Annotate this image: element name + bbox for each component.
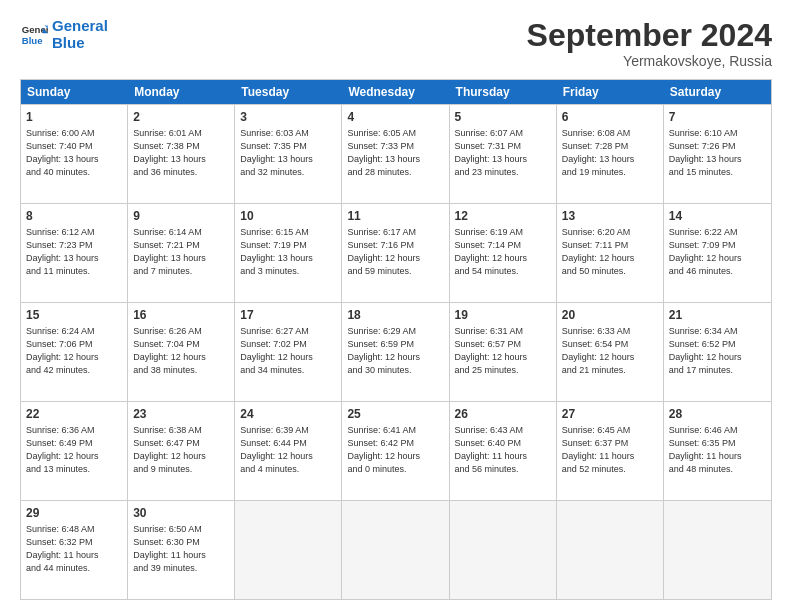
day-number: 2 bbox=[133, 109, 229, 125]
calendar-cell: 19Sunrise: 6:31 AM Sunset: 6:57 PM Dayli… bbox=[450, 303, 557, 401]
cell-info: Sunrise: 6:20 AM Sunset: 7:11 PM Dayligh… bbox=[562, 227, 635, 275]
day-number: 19 bbox=[455, 307, 551, 323]
cell-info: Sunrise: 6:46 AM Sunset: 6:35 PM Dayligh… bbox=[669, 425, 742, 473]
cell-info: Sunrise: 6:00 AM Sunset: 7:40 PM Dayligh… bbox=[26, 128, 99, 176]
calendar-cell: 25Sunrise: 6:41 AM Sunset: 6:42 PM Dayli… bbox=[342, 402, 449, 500]
day-number: 26 bbox=[455, 406, 551, 422]
calendar-header: SundayMondayTuesdayWednesdayThursdayFrid… bbox=[21, 80, 771, 104]
calendar-cell: 14Sunrise: 6:22 AM Sunset: 7:09 PM Dayli… bbox=[664, 204, 771, 302]
logo-icon: General Blue bbox=[20, 21, 48, 49]
calendar-row: 22Sunrise: 6:36 AM Sunset: 6:49 PM Dayli… bbox=[21, 401, 771, 500]
title-block: September 2024 Yermakovskoye, Russia bbox=[527, 18, 772, 69]
cell-info: Sunrise: 6:12 AM Sunset: 7:23 PM Dayligh… bbox=[26, 227, 99, 275]
day-number: 29 bbox=[26, 505, 122, 521]
calendar-cell bbox=[664, 501, 771, 599]
day-number: 16 bbox=[133, 307, 229, 323]
day-number: 14 bbox=[669, 208, 766, 224]
calendar-cell bbox=[342, 501, 449, 599]
cell-info: Sunrise: 6:45 AM Sunset: 6:37 PM Dayligh… bbox=[562, 425, 635, 473]
day-number: 25 bbox=[347, 406, 443, 422]
calendar-cell: 3Sunrise: 6:03 AM Sunset: 7:35 PM Daylig… bbox=[235, 105, 342, 203]
cell-info: Sunrise: 6:17 AM Sunset: 7:16 PM Dayligh… bbox=[347, 227, 420, 275]
cell-info: Sunrise: 6:26 AM Sunset: 7:04 PM Dayligh… bbox=[133, 326, 206, 374]
cell-info: Sunrise: 6:39 AM Sunset: 6:44 PM Dayligh… bbox=[240, 425, 313, 473]
calendar-cell bbox=[235, 501, 342, 599]
calendar-cell: 17Sunrise: 6:27 AM Sunset: 7:02 PM Dayli… bbox=[235, 303, 342, 401]
cal-header-day: Sunday bbox=[21, 80, 128, 104]
cell-info: Sunrise: 6:03 AM Sunset: 7:35 PM Dayligh… bbox=[240, 128, 313, 176]
day-number: 6 bbox=[562, 109, 658, 125]
day-number: 30 bbox=[133, 505, 229, 521]
day-number: 21 bbox=[669, 307, 766, 323]
day-number: 22 bbox=[26, 406, 122, 422]
cell-info: Sunrise: 6:33 AM Sunset: 6:54 PM Dayligh… bbox=[562, 326, 635, 374]
calendar-cell: 20Sunrise: 6:33 AM Sunset: 6:54 PM Dayli… bbox=[557, 303, 664, 401]
calendar-cell bbox=[557, 501, 664, 599]
day-number: 28 bbox=[669, 406, 766, 422]
svg-text:Blue: Blue bbox=[22, 34, 43, 45]
calendar-cell: 15Sunrise: 6:24 AM Sunset: 7:06 PM Dayli… bbox=[21, 303, 128, 401]
day-number: 12 bbox=[455, 208, 551, 224]
calendar: SundayMondayTuesdayWednesdayThursdayFrid… bbox=[20, 79, 772, 600]
calendar-row: 29Sunrise: 6:48 AM Sunset: 6:32 PM Dayli… bbox=[21, 500, 771, 599]
day-number: 5 bbox=[455, 109, 551, 125]
calendar-cell: 6Sunrise: 6:08 AM Sunset: 7:28 PM Daylig… bbox=[557, 105, 664, 203]
calendar-cell: 28Sunrise: 6:46 AM Sunset: 6:35 PM Dayli… bbox=[664, 402, 771, 500]
cal-header-day: Friday bbox=[557, 80, 664, 104]
day-number: 11 bbox=[347, 208, 443, 224]
day-number: 7 bbox=[669, 109, 766, 125]
cell-info: Sunrise: 6:27 AM Sunset: 7:02 PM Dayligh… bbox=[240, 326, 313, 374]
cell-info: Sunrise: 6:10 AM Sunset: 7:26 PM Dayligh… bbox=[669, 128, 742, 176]
calendar-cell: 5Sunrise: 6:07 AM Sunset: 7:31 PM Daylig… bbox=[450, 105, 557, 203]
calendar-body: 1Sunrise: 6:00 AM Sunset: 7:40 PM Daylig… bbox=[21, 104, 771, 599]
cell-info: Sunrise: 6:08 AM Sunset: 7:28 PM Dayligh… bbox=[562, 128, 635, 176]
cell-info: Sunrise: 6:31 AM Sunset: 6:57 PM Dayligh… bbox=[455, 326, 528, 374]
cell-info: Sunrise: 6:05 AM Sunset: 7:33 PM Dayligh… bbox=[347, 128, 420, 176]
cell-info: Sunrise: 6:07 AM Sunset: 7:31 PM Dayligh… bbox=[455, 128, 528, 176]
cell-info: Sunrise: 6:41 AM Sunset: 6:42 PM Dayligh… bbox=[347, 425, 420, 473]
cell-info: Sunrise: 6:38 AM Sunset: 6:47 PM Dayligh… bbox=[133, 425, 206, 473]
day-number: 27 bbox=[562, 406, 658, 422]
day-number: 3 bbox=[240, 109, 336, 125]
cell-info: Sunrise: 6:50 AM Sunset: 6:30 PM Dayligh… bbox=[133, 524, 206, 572]
day-number: 4 bbox=[347, 109, 443, 125]
logo: General Blue General Blue bbox=[20, 18, 108, 51]
calendar-cell: 8Sunrise: 6:12 AM Sunset: 7:23 PM Daylig… bbox=[21, 204, 128, 302]
calendar-cell: 18Sunrise: 6:29 AM Sunset: 6:59 PM Dayli… bbox=[342, 303, 449, 401]
calendar-row: 1Sunrise: 6:00 AM Sunset: 7:40 PM Daylig… bbox=[21, 104, 771, 203]
cell-info: Sunrise: 6:01 AM Sunset: 7:38 PM Dayligh… bbox=[133, 128, 206, 176]
logo-text: General Blue bbox=[52, 18, 108, 51]
calendar-cell: 9Sunrise: 6:14 AM Sunset: 7:21 PM Daylig… bbox=[128, 204, 235, 302]
cell-info: Sunrise: 6:22 AM Sunset: 7:09 PM Dayligh… bbox=[669, 227, 742, 275]
calendar-cell: 7Sunrise: 6:10 AM Sunset: 7:26 PM Daylig… bbox=[664, 105, 771, 203]
location: Yermakovskoye, Russia bbox=[527, 53, 772, 69]
day-number: 15 bbox=[26, 307, 122, 323]
cell-info: Sunrise: 6:15 AM Sunset: 7:19 PM Dayligh… bbox=[240, 227, 313, 275]
calendar-cell: 29Sunrise: 6:48 AM Sunset: 6:32 PM Dayli… bbox=[21, 501, 128, 599]
cell-info: Sunrise: 6:34 AM Sunset: 6:52 PM Dayligh… bbox=[669, 326, 742, 374]
day-number: 8 bbox=[26, 208, 122, 224]
calendar-cell bbox=[450, 501, 557, 599]
calendar-cell: 10Sunrise: 6:15 AM Sunset: 7:19 PM Dayli… bbox=[235, 204, 342, 302]
logo-line2: Blue bbox=[52, 34, 85, 51]
calendar-cell: 16Sunrise: 6:26 AM Sunset: 7:04 PM Dayli… bbox=[128, 303, 235, 401]
month-title: September 2024 bbox=[527, 18, 772, 53]
calendar-cell: 11Sunrise: 6:17 AM Sunset: 7:16 PM Dayli… bbox=[342, 204, 449, 302]
cal-header-day: Wednesday bbox=[342, 80, 449, 104]
cell-info: Sunrise: 6:14 AM Sunset: 7:21 PM Dayligh… bbox=[133, 227, 206, 275]
calendar-cell: 21Sunrise: 6:34 AM Sunset: 6:52 PM Dayli… bbox=[664, 303, 771, 401]
page: General Blue General Blue September 2024… bbox=[0, 0, 792, 612]
day-number: 1 bbox=[26, 109, 122, 125]
calendar-cell: 22Sunrise: 6:36 AM Sunset: 6:49 PM Dayli… bbox=[21, 402, 128, 500]
calendar-cell: 23Sunrise: 6:38 AM Sunset: 6:47 PM Dayli… bbox=[128, 402, 235, 500]
cell-info: Sunrise: 6:36 AM Sunset: 6:49 PM Dayligh… bbox=[26, 425, 99, 473]
logo-line1: General bbox=[52, 17, 108, 34]
calendar-cell: 27Sunrise: 6:45 AM Sunset: 6:37 PM Dayli… bbox=[557, 402, 664, 500]
cell-info: Sunrise: 6:48 AM Sunset: 6:32 PM Dayligh… bbox=[26, 524, 99, 572]
calendar-row: 15Sunrise: 6:24 AM Sunset: 7:06 PM Dayli… bbox=[21, 302, 771, 401]
day-number: 17 bbox=[240, 307, 336, 323]
calendar-cell: 24Sunrise: 6:39 AM Sunset: 6:44 PM Dayli… bbox=[235, 402, 342, 500]
day-number: 23 bbox=[133, 406, 229, 422]
day-number: 13 bbox=[562, 208, 658, 224]
cal-header-day: Monday bbox=[128, 80, 235, 104]
